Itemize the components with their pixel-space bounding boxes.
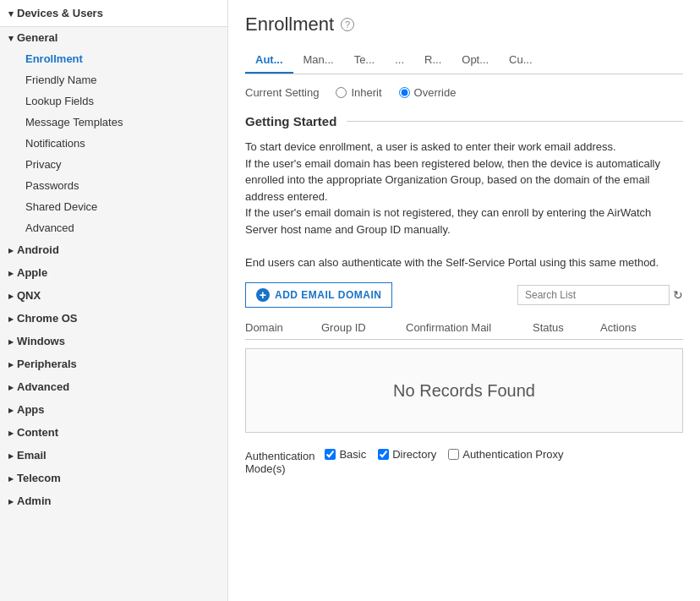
sidebar-admin-header[interactable]: Admin [0,489,227,512]
tab-opt[interactable]: Opt... [451,47,499,74]
tab-aut[interactable]: Aut... [245,47,293,74]
help-icon[interactable]: ? [341,18,354,31]
sidebar-email-header[interactable]: Email [0,444,227,467]
sidebar-chromeos-label: Chrome OS [17,312,78,325]
sidebar: Devices & Users General Enrollment Frien… [0,0,228,601]
col-group-header: Group ID [321,321,406,334]
main-content: Enrollment ? Aut... Man... Te... ... R..… [228,0,700,601]
tab-ellipsis[interactable]: ... [385,47,414,74]
sidebar-admin-chevron [8,494,14,507]
override-radio-label[interactable]: Override [399,86,457,99]
sidebar-email-label: Email [17,449,46,462]
sidebar-root-chevron [8,7,14,19]
sidebar-advanced-label: Advanced [17,380,69,393]
auth-mode-label: AuthenticationMode(s) [245,448,314,475]
search-input-wrap [517,285,670,305]
col-actions-header: Actions [600,321,683,334]
description-text: To start device enrollment, a user is as… [245,139,683,270]
sidebar-chromeos-header[interactable]: Chrome OS [0,307,227,330]
setting-row: Current Setting Inherit Override [245,86,683,99]
auth-directory-text: Directory [392,448,436,461]
sidebar-qnx-header[interactable]: QNX [0,284,227,307]
sidebar-peripherals-chevron [8,358,14,370]
search-input[interactable] [525,289,652,301]
sidebar-windows-header[interactable]: Windows [0,330,227,352]
sidebar-apple-label: Apple [17,266,47,279]
auth-directory-checkbox[interactable] [378,449,389,460]
override-radio[interactable] [399,87,410,98]
tab-te[interactable]: Te... [344,47,386,74]
auth-proxy-text: Authentication Proxy [462,448,563,461]
sidebar-advanced-header[interactable]: Advanced [0,375,227,398]
sidebar-apple-chevron [8,266,14,279]
sidebar-general-chevron [8,31,14,44]
add-email-domain-button[interactable]: + ADD EMAIL DOMAIN [245,282,392,308]
tab-r[interactable]: R... [414,47,451,74]
sidebar-apps-label: Apps [17,403,45,416]
sidebar-content-header[interactable]: Content [0,421,227,444]
sidebar-item-shared-device[interactable]: Shared Device [0,196,227,217]
plus-icon: + [256,288,270,302]
sidebar-email-chevron [8,449,14,462]
sidebar-chromeos-chevron [8,312,14,325]
no-records-label: No Records Found [393,381,535,401]
sidebar-general-section: General Enrollment Friendly Name Lookup … [0,27,227,238]
sidebar-item-friendly-name[interactable]: Friendly Name [0,69,227,90]
sidebar-telecom-chevron [8,472,14,484]
section-title: Getting Started [245,114,336,128]
inherit-radio[interactable] [336,87,347,98]
sidebar-android-header[interactable]: Android [0,238,227,261]
auth-basic-checkbox[interactable] [325,449,336,460]
auth-basic-label[interactable]: Basic [325,448,366,461]
auth-proxy-checkbox[interactable] [448,449,459,460]
sidebar-general-label: General [17,31,57,44]
getting-started-header: Getting Started [245,114,683,128]
sidebar-telecom-header[interactable]: Telecom [0,467,227,489]
sidebar-item-lookup-fields[interactable]: Lookup Fields [0,90,227,112]
sidebar-root[interactable]: Devices & Users [0,0,227,27]
sidebar-item-notifications[interactable]: Notifications [0,133,227,154]
sidebar-apps-header[interactable]: Apps [0,398,227,421]
sidebar-item-advanced-general[interactable]: Advanced [0,217,227,238]
sidebar-item-privacy[interactable]: Privacy [0,154,227,175]
sidebar-peripherals-header[interactable]: Peripherals [0,352,227,375]
auth-checkboxes: Basic Directory Authentication Proxy [325,448,563,461]
sidebar-item-message-templates[interactable]: Message Templates [0,112,227,133]
sidebar-peripherals-label: Peripherals [17,358,77,370]
tab-cu[interactable]: Cu... [499,47,542,74]
current-setting-label: Current Setting [245,86,319,99]
sidebar-qnx-chevron [8,289,14,302]
sidebar-apps-chevron [8,403,14,416]
auth-basic-text: Basic [339,448,366,461]
sidebar-root-label: Devices & Users [17,7,103,19]
page-title: Enrollment [245,14,334,36]
refresh-icon[interactable]: ↻ [673,288,683,302]
override-label: Override [414,86,457,99]
sidebar-qnx-label: QNX [17,289,41,302]
tabs-bar: Aut... Man... Te... ... R... Opt... Cu..… [245,47,683,74]
sidebar-advanced-chevron [8,380,14,393]
inherit-label: Inherit [351,86,381,99]
sidebar-content-chevron [8,426,14,439]
sidebar-general-header[interactable]: General [0,27,227,48]
tab-man[interactable]: Man... [293,47,344,74]
table-header: Domain Group ID Confirmation Mail Status… [245,316,683,340]
auth-directory-label[interactable]: Directory [378,448,436,461]
sidebar-windows-label: Windows [17,335,65,347]
auth-row: AuthenticationMode(s) Basic Directory Au… [245,448,683,475]
content-area: Enrollment ? Aut... Man... Te... ... R..… [228,0,700,601]
auth-proxy-label[interactable]: Authentication Proxy [448,448,563,461]
inherit-radio-label[interactable]: Inherit [336,86,381,99]
search-row: + ADD EMAIL DOMAIN ↻ [245,282,683,308]
section-divider [347,121,683,122]
col-confirm-header: Confirmation Mail [406,321,533,334]
sidebar-content-label: Content [17,426,58,439]
sidebar-item-enrollment[interactable]: Enrollment [0,48,227,69]
sidebar-admin-label: Admin [17,494,51,507]
sidebar-item-passwords[interactable]: Passwords [0,175,227,196]
col-status-header: Status [533,321,600,334]
sidebar-android-label: Android [17,243,59,256]
search-area: ↻ [517,285,683,305]
no-records-box: No Records Found [245,348,683,433]
sidebar-apple-header[interactable]: Apple [0,261,227,284]
